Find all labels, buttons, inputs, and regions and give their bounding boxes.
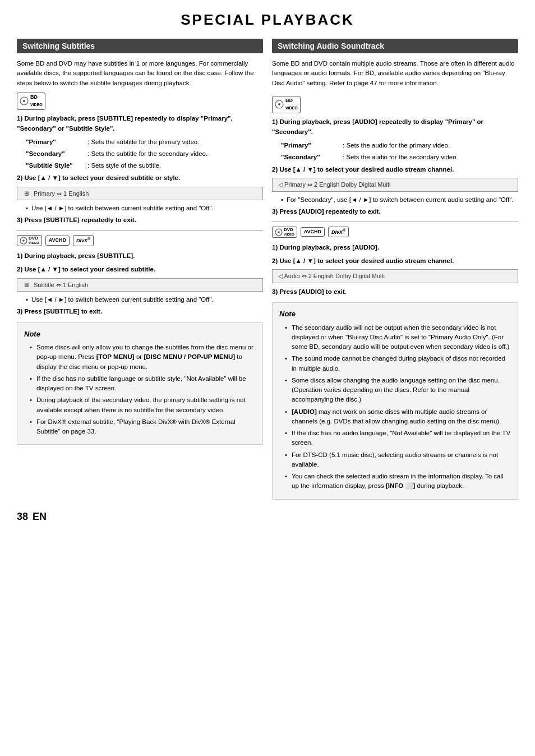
primary-term-row: "Primary" : Sets the subtitle for the pr… bbox=[26, 137, 263, 147]
right-dvd-display-box: ◁ Audio ⇔ 2 English Dolby Digital Multi bbox=[272, 269, 518, 283]
svg-point-7 bbox=[278, 231, 280, 233]
bd-bullet-list: Use [◄ / ►] to switch between current su… bbox=[26, 204, 263, 213]
avchd-badge: AVCHD bbox=[45, 236, 70, 246]
right-bd-disc-icon bbox=[275, 100, 284, 109]
page: SPECIAL PLAYBACK Switching Subtitles Som… bbox=[0, 0, 535, 756]
style-term-row: "Subtitle Style" : Sets style of the sub… bbox=[26, 161, 263, 170]
left-note-title: Note bbox=[24, 329, 256, 340]
right-bd-badge: BDVIDEO bbox=[272, 96, 301, 113]
right-dvd-step1: 1) During playback, press [AUDIO]. bbox=[272, 242, 518, 252]
divx-badge: DivX® bbox=[73, 235, 94, 246]
right-column: Switching Audio Soundtrack Some BD and D… bbox=[272, 39, 518, 500]
dvd-badge: DVDVIDEO bbox=[17, 235, 42, 246]
right-dvd-step3: 3) Press [AUDIO] to exit. bbox=[272, 287, 518, 297]
left-note-item-1: Some discs will only allow you to change… bbox=[30, 343, 256, 372]
right-section-body: Some BD and DVD contain multiple audio s… bbox=[272, 59, 518, 500]
bd-display-text: Primary ⇔ 1 English bbox=[34, 189, 89, 199]
bd-step1-num: 1) bbox=[17, 115, 24, 122]
two-column-layout: Switching Subtitles Some BD and DVD may … bbox=[17, 39, 518, 500]
svg-point-3 bbox=[22, 239, 25, 242]
svg-point-5 bbox=[278, 103, 280, 105]
style-def: : Sets style of the subtitle. bbox=[87, 161, 263, 170]
right-bd-step1: 1) During playback, press [AUDIO] repeat… bbox=[272, 117, 518, 137]
page-number: 38 bbox=[17, 511, 28, 523]
dvd-step3-text: Press [SUBTITLE] to exit. bbox=[24, 308, 102, 315]
right-section-header: Switching Audio Soundtrack bbox=[272, 39, 518, 53]
secondary-def: : Sets the subtitle for the secondary vi… bbox=[87, 149, 263, 159]
bd-display-box: 🖥 Primary ⇔ 1 English bbox=[17, 187, 263, 201]
right-bd-step3-text: Press [AUDIO] repeatedly to exit. bbox=[279, 208, 380, 215]
left-column: Switching Subtitles Some BD and DVD may … bbox=[17, 39, 263, 500]
right-dvd-step2: 2) Use [▲ / ▼] to select your desired au… bbox=[272, 256, 518, 266]
right-bd-step2: 2) Use [▲ / ▼] to select your desired au… bbox=[272, 164, 518, 174]
right-avchd-label: AVCHD bbox=[304, 228, 321, 236]
right-secondary-term: "Secondary" bbox=[281, 153, 343, 162]
right-bd-step1-num: 1) bbox=[272, 118, 279, 125]
right-bd-step1-text: During playback, press [AUDIO] repeatedl… bbox=[272, 118, 483, 135]
right-bd-label: BDVIDEO bbox=[285, 97, 298, 112]
dvd-bullet1: Use [◄ / ►] to switch between current su… bbox=[26, 295, 263, 305]
right-note-item-3: Some discs allow changing the audio lang… bbox=[285, 376, 511, 405]
dvd-step3: 3) Press [SUBTITLE] to exit. bbox=[17, 306, 263, 316]
right-intro: Some BD and DVD contain multiple audio s… bbox=[272, 59, 518, 88]
bd-disc-icon bbox=[20, 96, 29, 105]
page-footer: 38 EN bbox=[17, 511, 518, 523]
right-secondary-def: : Sets the audio for the secondary video… bbox=[343, 153, 518, 162]
right-dvd-step2-num: 2) bbox=[272, 257, 279, 264]
right-dvd-step1-text: During playback, press [AUDIO]. bbox=[279, 244, 379, 251]
dvd-step1-text: During playback, press [SUBTITLE]. bbox=[24, 252, 135, 259]
right-dvd-step3-text: Press [AUDIO] to exit. bbox=[279, 288, 347, 295]
dvd-step1: 1) During playback, press [SUBTITLE]. bbox=[17, 251, 263, 261]
right-separator bbox=[272, 222, 518, 222]
right-primary-def: : Sets the audio for the primary video. bbox=[343, 141, 518, 150]
secondary-term: "Secondary" bbox=[26, 149, 87, 159]
dvd-display-text: Subtitle ⇔ 1 English bbox=[34, 280, 88, 290]
right-dvd-label: DVDVIDEO bbox=[284, 228, 294, 237]
dvd-step2-num: 2) bbox=[17, 266, 24, 273]
right-bd-step2-num: 2) bbox=[272, 166, 279, 173]
dvd-step2-text: Use [▲ / ▼] to select your desired subti… bbox=[24, 266, 155, 273]
bd-step3-num: 3) bbox=[17, 216, 24, 223]
secondary-term-row: "Secondary" : Sets the subtitle for the … bbox=[26, 149, 263, 159]
right-bd-bullet-list: For "Secondary", use [◄ / ►] to switch b… bbox=[281, 195, 518, 205]
page-title: SPECIAL PLAYBACK bbox=[17, 11, 518, 29]
divx-label: DivX® bbox=[76, 236, 90, 245]
left-note-list: Some discs will only allow you to change… bbox=[30, 343, 256, 436]
right-bd-display-box: ◁ Primary ⇔ 2 English Dolby Digital Mult… bbox=[272, 178, 518, 192]
right-bd-display-text: ◁ Primary ⇔ 2 English Dolby Digital Mult… bbox=[278, 180, 390, 190]
bd-bullet1: Use [◄ / ►] to switch between current su… bbox=[26, 204, 263, 213]
right-note-item-2: The sound mode cannot be changed during … bbox=[285, 354, 511, 374]
dvd-step2: 2) Use [▲ / ▼] to select your desired su… bbox=[17, 264, 263, 274]
page-lang: EN bbox=[33, 511, 47, 523]
bd-step2-num: 2) bbox=[17, 174, 24, 181]
right-dvd-badge: DVDVIDEO bbox=[272, 227, 297, 238]
bd-step2: 2) Use [▲ / ▼] to select your desired su… bbox=[17, 173, 263, 183]
dvd-disc-icon bbox=[20, 237, 27, 245]
bd-step3-text: Press [SUBTITLE] repeatedly to exit. bbox=[24, 216, 136, 223]
right-bd-step2-text: Use [▲ / ▼] to select your desired audio… bbox=[279, 166, 454, 173]
dvd-label: DVDVIDEO bbox=[29, 236, 39, 245]
bd-label: BDVIDEO bbox=[30, 94, 43, 109]
right-bd-step3-num: 3) bbox=[272, 208, 279, 215]
avchd-label: AVCHD bbox=[49, 237, 66, 245]
left-intro: Some BD and DVD may have subtitles in 1 … bbox=[17, 59, 263, 88]
left-section-body: Some BD and DVD may have subtitles in 1 … bbox=[17, 59, 263, 445]
right-note-item-5: If the disc has no audio language, "Not … bbox=[285, 428, 511, 448]
right-divx-badge: DivX® bbox=[328, 227, 349, 238]
right-note-item-4: [AUDIO] may not work on some discs with … bbox=[285, 407, 511, 427]
primary-def: : Sets the subtitle for the primary vide… bbox=[87, 137, 263, 147]
style-term: "Subtitle Style" bbox=[26, 161, 87, 170]
right-divx-label: DivX® bbox=[331, 228, 345, 237]
right-note-box: Note The secondary audio will not be out… bbox=[272, 302, 518, 500]
bd-step3: 3) Press [SUBTITLE] repeatedly to exit. bbox=[17, 215, 263, 225]
dvd-display-icon: 🖥 bbox=[23, 280, 29, 290]
left-note-item-3: During playback of the secondary video, … bbox=[30, 395, 256, 415]
display-icon: 🖥 bbox=[23, 189, 29, 199]
right-bd-bullet1: For "Secondary", use [◄ / ►] to switch b… bbox=[281, 195, 518, 205]
right-secondary-row: "Secondary" : Sets the audio for the sec… bbox=[281, 153, 518, 162]
bd-step2-text: Use [▲ / ▼] to select your desired subti… bbox=[24, 174, 180, 181]
right-primary-row: "Primary" : Sets the audio for the prima… bbox=[281, 141, 518, 150]
dvd-step3-num: 3) bbox=[17, 308, 24, 315]
bd-badge: BDVIDEO bbox=[17, 93, 45, 110]
dvd-badges-row: DVDVIDEO AVCHD DivX® bbox=[17, 235, 263, 246]
